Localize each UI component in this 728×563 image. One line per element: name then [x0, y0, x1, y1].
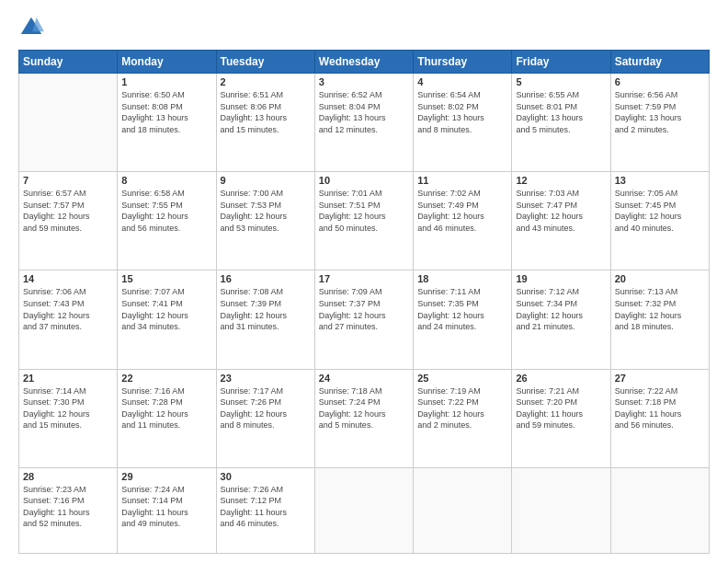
- calendar-cell: 14Sunrise: 7:06 AMSunset: 7:43 PMDayligh…: [19, 270, 118, 369]
- calendar-table: SundayMondayTuesdayWednesdayThursdayFrid…: [18, 50, 710, 554]
- day-number: 13: [615, 175, 705, 186]
- day-number: 14: [23, 273, 113, 284]
- day-number: 7: [23, 175, 113, 186]
- day-number: 9: [221, 175, 311, 186]
- calendar-header-monday: Monday: [118, 51, 216, 74]
- calendar-cell: 7Sunrise: 6:57 AMSunset: 7:57 PMDaylight…: [19, 172, 118, 270]
- day-info: Sunrise: 6:56 AMSunset: 7:59 PMDaylight:…: [615, 89, 705, 135]
- day-number: 29: [121, 471, 211, 482]
- calendar-cell: 5Sunrise: 6:55 AMSunset: 8:01 PMDaylight…: [512, 74, 610, 172]
- day-number: 3: [319, 76, 409, 87]
- calendar-cell: 23Sunrise: 7:17 AMSunset: 7:26 PMDayligh…: [216, 369, 314, 467]
- day-number: 17: [319, 273, 409, 284]
- calendar-cell: 3Sunrise: 6:52 AMSunset: 8:04 PMDaylight…: [314, 74, 413, 172]
- day-info: Sunrise: 7:00 AMSunset: 7:53 PMDaylight:…: [221, 188, 311, 234]
- day-info: Sunrise: 7:18 AMSunset: 7:24 PMDaylight:…: [319, 385, 409, 431]
- day-info: Sunrise: 6:50 AMSunset: 8:08 PMDaylight:…: [121, 89, 211, 135]
- day-info: Sunrise: 7:08 AMSunset: 7:39 PMDaylight:…: [221, 286, 311, 332]
- day-info: Sunrise: 7:23 AMSunset: 7:16 PMDaylight:…: [23, 484, 113, 530]
- day-number: 28: [23, 471, 113, 482]
- day-info: Sunrise: 7:12 AMSunset: 7:34 PMDaylight:…: [516, 286, 606, 332]
- day-info: Sunrise: 7:06 AMSunset: 7:43 PMDaylight:…: [23, 286, 113, 332]
- day-info: Sunrise: 7:03 AMSunset: 7:47 PMDaylight:…: [516, 188, 606, 234]
- calendar-cell: 30Sunrise: 7:26 AMSunset: 7:12 PMDayligh…: [216, 467, 314, 553]
- day-info: Sunrise: 7:24 AMSunset: 7:14 PMDaylight:…: [121, 484, 211, 530]
- day-number: 27: [615, 373, 705, 384]
- calendar-cell: 9Sunrise: 7:00 AMSunset: 7:53 PMDaylight…: [216, 172, 314, 270]
- day-number: 6: [615, 76, 705, 87]
- calendar-week-4: 21Sunrise: 7:14 AMSunset: 7:30 PMDayligh…: [19, 369, 710, 467]
- calendar-cell: [414, 467, 512, 553]
- day-info: Sunrise: 7:09 AMSunset: 7:37 PMDaylight:…: [319, 286, 409, 332]
- calendar-week-3: 14Sunrise: 7:06 AMSunset: 7:43 PMDayligh…: [19, 270, 710, 369]
- day-number: 24: [319, 373, 409, 384]
- day-info: Sunrise: 7:26 AMSunset: 7:12 PMDaylight:…: [221, 484, 311, 530]
- day-info: Sunrise: 7:16 AMSunset: 7:28 PMDaylight:…: [121, 385, 211, 431]
- calendar-cell: 29Sunrise: 7:24 AMSunset: 7:14 PMDayligh…: [118, 467, 216, 553]
- day-number: 15: [121, 273, 211, 284]
- day-info: Sunrise: 7:22 AMSunset: 7:18 PMDaylight:…: [615, 385, 705, 431]
- day-number: 20: [615, 273, 705, 284]
- calendar-header-row: SundayMondayTuesdayWednesdayThursdayFrid…: [19, 51, 710, 74]
- day-info: Sunrise: 7:14 AMSunset: 7:30 PMDaylight:…: [23, 385, 113, 431]
- day-number: 16: [221, 273, 311, 284]
- day-number: 2: [221, 76, 311, 87]
- calendar-cell: 28Sunrise: 7:23 AMSunset: 7:16 PMDayligh…: [19, 467, 118, 553]
- day-info: Sunrise: 6:54 AMSunset: 8:02 PMDaylight:…: [417, 89, 507, 135]
- calendar-week-5: 28Sunrise: 7:23 AMSunset: 7:16 PMDayligh…: [19, 467, 710, 553]
- calendar-cell: 24Sunrise: 7:18 AMSunset: 7:24 PMDayligh…: [314, 369, 413, 467]
- day-info: Sunrise: 7:07 AMSunset: 7:41 PMDaylight:…: [121, 286, 211, 332]
- calendar-cell: 17Sunrise: 7:09 AMSunset: 7:37 PMDayligh…: [314, 270, 413, 369]
- day-info: Sunrise: 6:57 AMSunset: 7:57 PMDaylight:…: [23, 188, 113, 234]
- calendar-cell: 26Sunrise: 7:21 AMSunset: 7:20 PMDayligh…: [512, 369, 610, 467]
- day-number: 12: [516, 175, 606, 186]
- calendar-week-1: 1Sunrise: 6:50 AMSunset: 8:08 PMDaylight…: [19, 74, 710, 172]
- day-info: Sunrise: 7:13 AMSunset: 7:32 PMDaylight:…: [615, 286, 705, 332]
- calendar-cell: [19, 74, 118, 172]
- day-number: 8: [121, 175, 211, 186]
- calendar-cell: 19Sunrise: 7:12 AMSunset: 7:34 PMDayligh…: [512, 270, 610, 369]
- day-info: Sunrise: 7:11 AMSunset: 7:35 PMDaylight:…: [417, 286, 507, 332]
- day-number: 1: [121, 76, 211, 87]
- calendar-cell: 22Sunrise: 7:16 AMSunset: 7:28 PMDayligh…: [118, 369, 216, 467]
- calendar-cell: [512, 467, 610, 553]
- calendar-header-tuesday: Tuesday: [216, 51, 314, 74]
- day-number: 21: [23, 373, 113, 384]
- calendar-cell: 25Sunrise: 7:19 AMSunset: 7:22 PMDayligh…: [414, 369, 512, 467]
- calendar-header-sunday: Sunday: [19, 51, 118, 74]
- day-number: 4: [417, 76, 507, 87]
- day-info: Sunrise: 7:01 AMSunset: 7:51 PMDaylight:…: [319, 188, 409, 234]
- day-number: 5: [516, 76, 606, 87]
- page: SundayMondayTuesdayWednesdayThursdayFrid…: [0, 0, 728, 563]
- logo: [18, 15, 46, 40]
- calendar-cell: 2Sunrise: 6:51 AMSunset: 8:06 PMDaylight…: [216, 74, 314, 172]
- calendar-header-wednesday: Wednesday: [314, 51, 413, 74]
- logo-icon: [18, 15, 44, 40]
- day-info: Sunrise: 7:21 AMSunset: 7:20 PMDaylight:…: [516, 385, 606, 431]
- calendar-cell: 12Sunrise: 7:03 AMSunset: 7:47 PMDayligh…: [512, 172, 610, 270]
- day-info: Sunrise: 6:52 AMSunset: 8:04 PMDaylight:…: [319, 89, 409, 135]
- day-info: Sunrise: 6:55 AMSunset: 8:01 PMDaylight:…: [516, 89, 606, 135]
- calendar-week-2: 7Sunrise: 6:57 AMSunset: 7:57 PMDaylight…: [19, 172, 710, 270]
- day-number: 23: [221, 373, 311, 384]
- calendar-header-saturday: Saturday: [610, 51, 709, 74]
- day-info: Sunrise: 6:58 AMSunset: 7:55 PMDaylight:…: [121, 188, 211, 234]
- calendar-cell: 6Sunrise: 6:56 AMSunset: 7:59 PMDaylight…: [610, 74, 709, 172]
- calendar-cell: 16Sunrise: 7:08 AMSunset: 7:39 PMDayligh…: [216, 270, 314, 369]
- day-number: 11: [417, 175, 507, 186]
- calendar-cell: [314, 467, 413, 553]
- calendar-cell: [610, 467, 709, 553]
- day-number: 22: [121, 373, 211, 384]
- day-number: 18: [417, 273, 507, 284]
- day-info: Sunrise: 7:02 AMSunset: 7:49 PMDaylight:…: [417, 188, 507, 234]
- day-number: 25: [417, 373, 507, 384]
- calendar-header-friday: Friday: [512, 51, 610, 74]
- calendar-cell: 27Sunrise: 7:22 AMSunset: 7:18 PMDayligh…: [610, 369, 709, 467]
- calendar-cell: 11Sunrise: 7:02 AMSunset: 7:49 PMDayligh…: [414, 172, 512, 270]
- calendar-cell: 20Sunrise: 7:13 AMSunset: 7:32 PMDayligh…: [610, 270, 709, 369]
- calendar-cell: 13Sunrise: 7:05 AMSunset: 7:45 PMDayligh…: [610, 172, 709, 270]
- day-number: 10: [319, 175, 409, 186]
- day-number: 19: [516, 273, 606, 284]
- day-info: Sunrise: 6:51 AMSunset: 8:06 PMDaylight:…: [221, 89, 311, 135]
- header: [18, 15, 710, 40]
